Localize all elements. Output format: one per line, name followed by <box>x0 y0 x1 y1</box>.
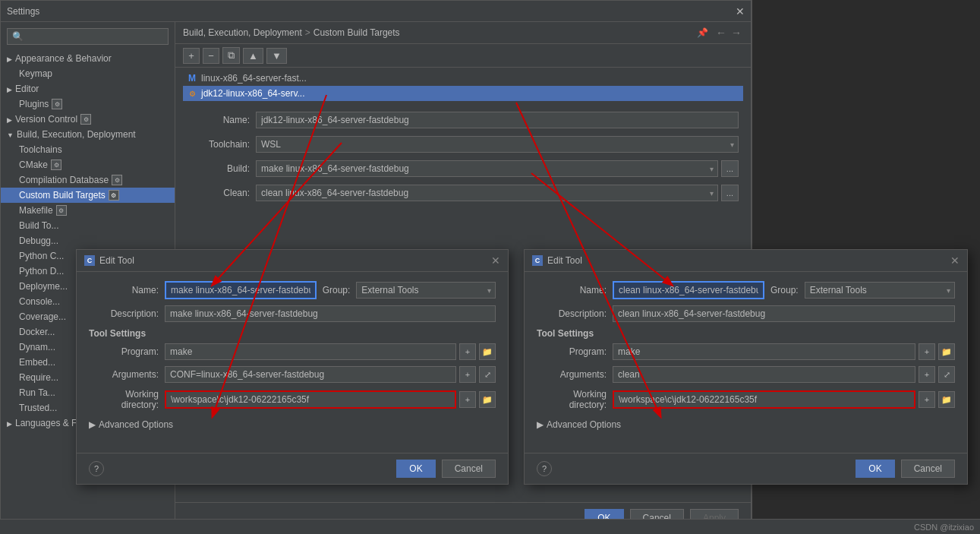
build-more-button[interactable]: ... <box>721 160 739 177</box>
remove-target-button[interactable]: − <box>203 48 219 64</box>
dialog2-close-button[interactable]: ✕ <box>950 254 960 267</box>
sidebar-label-toolchains: Toolchains <box>19 144 62 155</box>
dialog1-group-select[interactable]: External Tools <box>356 282 496 299</box>
dialog2-advanced-toggle[interactable]: ▶ Advanced Options <box>537 416 955 433</box>
vc-badge-icon: ⚙ <box>80 114 91 125</box>
dialog1-advanced-toggle[interactable]: ▶ Advanced Options <box>89 416 496 433</box>
targets-toolbar: + − ⧉ ▲ ▼ <box>175 44 751 68</box>
nav-back-button[interactable]: ← <box>714 27 728 39</box>
dialog2-name-input[interactable] <box>613 281 764 299</box>
name-label: Name: <box>187 115 256 125</box>
sidebar-item-compilation-db[interactable]: Compilation Database ⚙ <box>1 172 175 188</box>
dialog2-ok-button[interactable]: OK <box>856 460 894 478</box>
dialog2-arguments-add-button[interactable]: + <box>919 366 935 383</box>
dialog1-arguments-label: Arguments: <box>89 369 165 380</box>
dialog2-description-input[interactable] <box>613 305 955 322</box>
target-item-1[interactable]: ⚙ jdk12-linux-x86_64-serv... <box>183 86 743 101</box>
dialog1-help-button[interactable]: ? <box>89 461 104 476</box>
sidebar-item-custom-build-targets[interactable]: Custom Build Targets ⚙ <box>1 188 175 203</box>
dialog2-workdir-row: Working directory: + 📁 <box>537 389 955 410</box>
breadcrumb-part1: Build, Execution, Deployment <box>183 27 302 38</box>
sidebar-item-build-tools[interactable]: Build To... <box>1 218 175 233</box>
dialog1-workdir-folder-button[interactable]: 📁 <box>479 391 496 408</box>
name-input[interactable] <box>256 112 739 128</box>
dialog2-program-input[interactable] <box>613 343 915 360</box>
dialog1-workdir-input[interactable] <box>165 390 456 409</box>
sidebar-item-makefile[interactable]: Makefile ⚙ <box>1 203 175 218</box>
dialog1-ok-button[interactable]: OK <box>396 460 435 478</box>
sidebar-label-run-targets: Run Ta... <box>19 387 55 398</box>
dialog1-workdir-add-button[interactable]: + <box>459 391 476 408</box>
sidebar-item-appearance[interactable]: Appearance & Behavior <box>1 51 175 66</box>
dialog2-workdir-input[interactable] <box>613 390 915 409</box>
edit-tool-dialog-1: C Edit Tool ✕ Name: Group: External Tool… <box>76 249 509 485</box>
dialog1-arguments-row: Arguments: + ⤢ <box>89 366 496 383</box>
sidebar-item-build-exec[interactable]: Build, Execution, Deployment <box>1 127 175 142</box>
add-target-button[interactable]: + <box>183 48 200 64</box>
sidebar-item-cmake[interactable]: CMake ⚙ <box>1 157 175 172</box>
dialog2-program-folder-button[interactable]: 📁 <box>938 343 955 360</box>
sidebar-label-embedded: Embed... <box>19 357 55 368</box>
dialog1-description-label: Description: <box>89 308 165 319</box>
breadcrumb-nav: ← → <box>714 27 743 39</box>
dialog2-advanced-arrow-icon: ▶ <box>537 419 544 430</box>
move-up-button[interactable]: ▲ <box>243 48 263 64</box>
compilation-badge-icon: ⚙ <box>112 175 122 185</box>
dialog1-program-input[interactable] <box>165 343 456 360</box>
dialog1-arguments-input[interactable] <box>165 366 456 383</box>
dialog1-close-button[interactable]: ✕ <box>491 254 500 267</box>
target-list: M linux-x86_64-server-fast... ⚙ jdk12-li… <box>175 68 751 104</box>
sidebar-label-dynamic: Dynam... <box>19 342 55 352</box>
sidebar-item-plugins[interactable]: Plugins ⚙ <box>1 96 175 112</box>
dialog2-program-add-button[interactable]: + <box>919 343 935 360</box>
sidebar-label-python-debug: Python D... <box>19 266 64 276</box>
dialog2-title-left: C Edit Tool <box>532 255 582 266</box>
sidebar-label-python-console: Python C... <box>19 251 64 261</box>
clean-select[interactable]: clean linux-x86_64-server-fastdebug <box>256 185 718 201</box>
sidebar-item-editor[interactable]: Editor <box>1 81 175 96</box>
dialog1-program-add-button[interactable]: + <box>459 343 476 360</box>
build-input-group: make linux-x86_64-server-fastdebug ▾ ... <box>256 160 739 177</box>
dialog2-arguments-expand-button[interactable]: ⤢ <box>938 366 955 383</box>
dialog2-group-select[interactable]: External Tools <box>805 282 955 299</box>
toolchain-select[interactable]: WSL <box>256 136 739 153</box>
sidebar-item-debugger[interactable]: Debugg... <box>1 233 175 248</box>
dialog2-cancel-button[interactable]: Cancel <box>901 460 955 478</box>
sidebar-item-toolchains[interactable]: Toolchains <box>1 142 175 157</box>
dialog2-arguments-row: Arguments: + ⤢ <box>537 366 955 383</box>
custom-build-badge-icon: ⚙ <box>109 190 119 201</box>
toolchain-select-wrapper: WSL ▾ <box>256 136 739 153</box>
dialog1-description-input[interactable] <box>165 305 496 322</box>
sidebar-label-trusted: Trusted... <box>19 403 57 413</box>
copy-target-button[interactable]: ⧉ <box>222 47 240 64</box>
dialog1-name-row: Name: Group: External Tools ▾ <box>89 281 496 299</box>
form-clean-row: Clean: clean linux-x86_64-server-fastdeb… <box>187 185 739 201</box>
dialog2-program-label: Program: <box>537 346 613 357</box>
sidebar-label-console: Console... <box>19 296 60 307</box>
clean-more-button[interactable]: ... <box>721 185 739 201</box>
sidebar-search-input[interactable] <box>7 28 169 45</box>
dialog1-program-row: Program: + 📁 <box>89 343 496 360</box>
dialog1-name-input[interactable] <box>165 281 317 299</box>
dialog1-footer-buttons: OK Cancel <box>396 460 496 478</box>
dialog2-arguments-input[interactable] <box>613 366 915 383</box>
sidebar-item-version-control[interactable]: Version Control ⚙ <box>1 112 175 127</box>
target-item-0[interactable]: M linux-x86_64-server-fast... <box>183 71 743 86</box>
dialog2-help-button[interactable]: ? <box>537 461 552 476</box>
dialog2-workdir-folder-button[interactable]: 📁 <box>938 391 955 408</box>
dialog1-program-folder-button[interactable]: 📁 <box>479 343 496 360</box>
move-down-button[interactable]: ▼ <box>266 48 287 64</box>
settings-close-button[interactable]: ✕ <box>736 5 745 17</box>
dialog1-arguments-add-button[interactable]: + <box>459 366 476 383</box>
nav-forward-button[interactable]: → <box>729 27 743 39</box>
dialog1-arguments-expand-button[interactable]: ⤢ <box>479 366 496 383</box>
dialog2-clion-icon: C <box>532 255 543 266</box>
dialog1-program-group: + 📁 <box>165 343 496 360</box>
dialog1-cancel-button[interactable]: Cancel <box>442 460 496 478</box>
build-select[interactable]: make linux-x86_64-server-fastdebug <box>256 160 718 177</box>
dialog2-workdir-add-button[interactable]: + <box>919 391 935 408</box>
sidebar-item-keymap[interactable]: Keymap <box>1 66 175 81</box>
dialog1-name-label: Name: <box>89 285 165 295</box>
dialog2-title: Edit Tool <box>547 255 582 266</box>
target-label-1: jdk12-linux-x86_64-serv... <box>201 88 305 99</box>
